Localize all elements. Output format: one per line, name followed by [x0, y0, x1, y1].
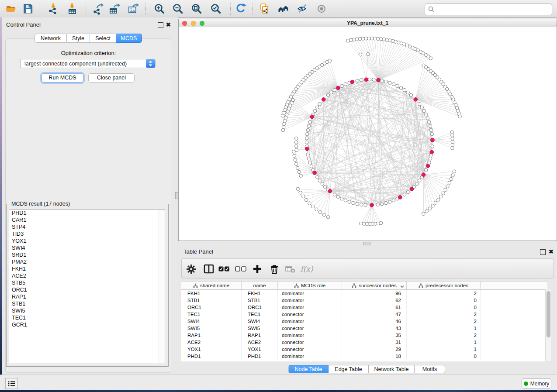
export-table-button[interactable]	[107, 1, 122, 16]
network-canvas[interactable]	[179, 27, 557, 241]
network-view-frame: YPA_prune.txt_1	[178, 19, 557, 241]
column-header-name[interactable]: name	[242, 282, 278, 289]
tab-network-table[interactable]: Network Table	[369, 365, 415, 373]
zoom-fit-button[interactable]	[189, 1, 204, 16]
cell-predecessor_nodes: 0	[407, 353, 481, 360]
column-header-shared-name[interactable]: shared name	[181, 282, 242, 289]
table-row[interactable]: SWI4SWI4dominator462	[181, 318, 547, 325]
export-network-button[interactable]	[90, 1, 106, 16]
mcds-result-item[interactable]: SWI4	[9, 244, 165, 251]
mcds-result-item[interactable]: TID3	[9, 230, 165, 237]
cell-successor_nodes: 47	[342, 311, 407, 318]
open-file-button[interactable]	[3, 1, 19, 16]
table-row[interactable]: ACE2ACE2connector311	[181, 339, 547, 346]
cell-name: TEC1	[242, 311, 278, 318]
mcds-result-item[interactable]: STP4	[9, 224, 165, 230]
zoom-in-button[interactable]	[152, 1, 167, 16]
cell-mcds_role: connector	[278, 339, 342, 346]
table-mode-button[interactable]	[185, 263, 197, 275]
mcds-result-item[interactable]: ACE2	[9, 272, 165, 279]
close-panel-button[interactable]: ✖	[549, 249, 554, 254]
select-all-button[interactable]	[218, 263, 230, 275]
table-row[interactable]: SWI5SWI5connector431	[181, 325, 547, 332]
mcds-result-item[interactable]: SWI5	[9, 307, 165, 314]
mcds-result-item[interactable]: TEC1	[9, 314, 165, 321]
zoom-fit-icon	[190, 3, 203, 15]
column-header-label: MCDS role	[301, 283, 325, 288]
first-neighbors-button[interactable]	[276, 1, 291, 16]
column-header-predecessor-nodes[interactable]: predecessor nodes	[407, 282, 481, 289]
close-panel-button[interactable]: ✖	[166, 22, 171, 27]
mcds-result-item[interactable]: YOX1	[9, 237, 165, 244]
apply-layout-button[interactable]	[233, 1, 249, 16]
mcds-result-item[interactable]: STB1	[9, 300, 165, 307]
mcds-result-item[interactable]: PHD1	[9, 210, 165, 217]
save-icon	[22, 3, 34, 15]
float-panel-button[interactable]	[540, 249, 546, 255]
mcds-result-item[interactable]: RAP1	[9, 293, 165, 300]
create-column-button[interactable]	[252, 263, 263, 275]
table-row[interactable]: RAP1RAP1dominator352	[181, 332, 547, 339]
search-input[interactable]	[436, 5, 552, 14]
mcds-result-item[interactable]: FKH1	[9, 265, 165, 272]
tab-edge-table[interactable]: Edge Table	[329, 365, 369, 373]
delete-columns-button[interactable]	[269, 263, 280, 275]
table-scrollbar[interactable]	[545, 289, 551, 361]
show-columns-button[interactable]	[203, 263, 214, 275]
close-panel-button-inner[interactable]: Close panel	[88, 73, 135, 83]
table-row[interactable]: ORC1ORC1dominator610	[181, 304, 547, 311]
column-header-MCDS-role[interactable]: MCDS role	[278, 282, 342, 289]
save-session-button[interactable]	[20, 1, 36, 16]
cell-filler	[481, 304, 547, 311]
cell-predecessor_nodes: 1	[407, 346, 481, 353]
scrollbar-thumb[interactable]	[547, 291, 550, 337]
run-mcds-button[interactable]: Run MCDS	[42, 73, 83, 83]
zoom-out-icon	[172, 3, 184, 15]
tab-mcds[interactable]: MCDS	[116, 34, 142, 43]
optimization-criterion-select[interactable]: largest connected component (undirected)	[20, 59, 156, 68]
table-row[interactable]: FKH1FKH1dominator962	[181, 290, 547, 297]
cell-mcds_role: dominator	[278, 304, 342, 311]
mcds-result-item[interactable]: PMA2	[9, 258, 165, 265]
network-graph	[179, 27, 557, 241]
function-builder-button: f(x)	[301, 263, 312, 275]
mcds-result-item[interactable]: STB5	[9, 279, 165, 286]
splitter-grip[interactable]	[363, 242, 370, 245]
hide-selected-button[interactable]	[295, 1, 311, 16]
mcds-result-item[interactable]: GCR1	[9, 321, 165, 328]
zoom-selected-button[interactable]	[208, 1, 224, 16]
zoom-out-button[interactable]	[170, 1, 186, 16]
mcds-result-list[interactable]: PHD1CAR1STP4TID3YOX1SWI4SRD1PMA2FKH1ACE2…	[9, 209, 165, 363]
table-row[interactable]: TEC1TEC1connector472	[181, 311, 547, 318]
column-header-filler	[481, 282, 547, 289]
cell-predecessor_nodes: 2	[407, 332, 481, 339]
tab-motifs[interactable]: Motifs	[415, 365, 445, 373]
mcds-result-item[interactable]: SRD1	[9, 251, 165, 258]
table-row[interactable]: PHD1PHD1dominator180	[181, 353, 547, 360]
cell-mcds_role: dominator	[278, 332, 342, 339]
memory-button[interactable]: Memory	[522, 378, 551, 389]
desktop-wallpaper-strip	[0, 390, 557, 392]
task-history-button[interactable]	[5, 378, 18, 389]
mcds-result-item[interactable]: CAR1	[9, 217, 165, 224]
mcds-result-item[interactable]: ORC1	[9, 286, 165, 293]
clone-network-button[interactable]	[256, 1, 272, 16]
tab-node-table[interactable]: Node Table	[288, 365, 329, 373]
float-panel-button[interactable]	[158, 22, 163, 28]
zoom-selected-icon	[210, 3, 222, 15]
import-network-button[interactable]	[45, 1, 61, 16]
scrollbar-track[interactable]	[159, 210, 165, 363]
cell-shared_name: TEC1	[181, 311, 242, 318]
import-table-button[interactable]	[64, 1, 80, 16]
table-row[interactable]: YOX1YOX1connector291	[181, 346, 547, 353]
column-header-successor-nodes[interactable]: successor nodes	[342, 282, 407, 289]
table-row[interactable]: STB1STB1dominator620	[181, 297, 547, 304]
cell-successor_nodes: 43	[342, 325, 407, 332]
network-title: YPA_prune.txt_1	[179, 20, 557, 26]
tab-style[interactable]: Style	[67, 34, 90, 43]
export-image-button[interactable]	[125, 1, 141, 16]
deselect-all-button[interactable]	[235, 263, 246, 275]
tab-network[interactable]: Network	[35, 34, 67, 43]
cell-shared_name: FKH1	[181, 290, 242, 297]
tab-select[interactable]: Select	[90, 34, 116, 43]
